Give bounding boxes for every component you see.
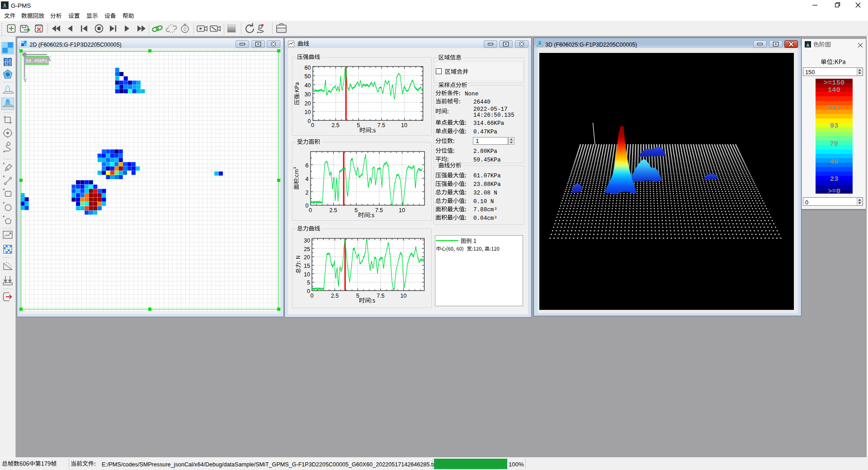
svg-text:X: X bbox=[47, 55, 52, 62]
svg-text:Y: Y bbox=[23, 77, 27, 83]
